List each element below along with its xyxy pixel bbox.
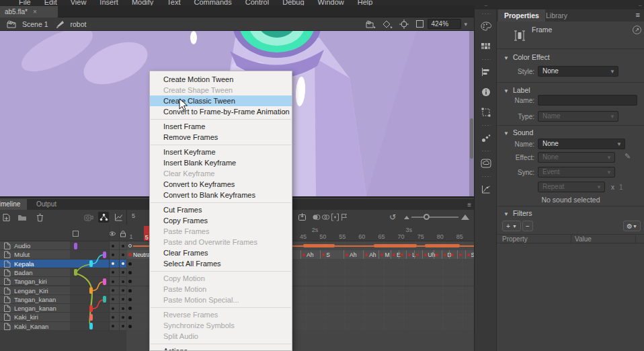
- mouth-keyframe[interactable]: [414, 250, 415, 259]
- mouth-keyframe[interactable]: M: [378, 250, 379, 259]
- center-frame-button[interactable]: [296, 212, 307, 223]
- edit-scene-button[interactable]: [366, 20, 376, 28]
- menu-file[interactable]: File: [12, 0, 38, 5]
- menu-edit[interactable]: Edit: [38, 0, 64, 5]
- layer-row-tangan-kiri[interactable]: Tangan_kiri: [0, 277, 126, 286]
- menu-item-clear-frames[interactable]: Clear Frames: [150, 247, 292, 258]
- lock-dot[interactable]: [122, 254, 124, 256]
- new-folder-button[interactable]: [17, 212, 28, 223]
- align-panel-icon[interactable]: [475, 62, 497, 82]
- menu-item-create-motion-tween[interactable]: Create Motion Tween: [150, 74, 292, 85]
- lock-dot[interactable]: [122, 280, 124, 283]
- circular-arrow-icon[interactable]: ↗: [633, 26, 641, 34]
- dock-drag-handle[interactable]: [481, 176, 491, 178]
- visibility-dot[interactable]: [112, 254, 114, 256]
- visibility-dot[interactable]: [112, 271, 114, 274]
- menu-debug[interactable]: Debug: [276, 0, 311, 5]
- cc-libraries-panel-icon[interactable]: [475, 153, 497, 173]
- brush-library-panel-icon[interactable]: [475, 128, 497, 148]
- keyframe-dot[interactable]: [128, 262, 132, 266]
- menu-view[interactable]: View: [64, 0, 93, 5]
- timeline-panel-menu-icon[interactable]: ≡: [467, 201, 471, 208]
- info-panel-icon[interactable]: [475, 82, 497, 102]
- motion-editor-panel-icon[interactable]: [475, 179, 497, 199]
- menu-control[interactable]: Control: [239, 0, 276, 5]
- parent-marker[interactable]: [89, 287, 93, 294]
- mouth-keyframe[interactable]: S: [320, 250, 321, 259]
- section-filters[interactable]: ▼Filters: [504, 209, 532, 217]
- scene-clapperboard-icon[interactable]: [7, 20, 16, 28]
- parent-marker[interactable]: [74, 269, 77, 276]
- dock-drag-handle[interactable]: [481, 58, 491, 61]
- lock-dot[interactable]: [122, 325, 124, 327]
- menu-item-insert-keyframe[interactable]: Insert Keyframe: [150, 147, 292, 157]
- keyframe-dot[interactable]: [128, 307, 132, 310]
- mouth-keyframe[interactable]: E: [391, 250, 391, 259]
- visibility-dot[interactable]: [112, 245, 114, 247]
- menu-item-create-classic-tween[interactable]: Create Classic Tween: [150, 95, 292, 106]
- dock-drag-handle[interactable]: [481, 13, 491, 15]
- label-name-input-field[interactable]: [542, 95, 633, 104]
- menu-modify[interactable]: Modify: [125, 0, 160, 5]
- layer-depth-graph-button[interactable]: [113, 212, 124, 223]
- add-filter-button[interactable]: + ▼: [502, 221, 521, 231]
- mouth-keyframe[interactable]: Ah: [344, 250, 344, 259]
- breadcrumb-scene[interactable]: Scene 1: [22, 20, 48, 28]
- remove-filter-button[interactable]: −: [522, 221, 533, 231]
- mouth-keyframe[interactable]: [434, 250, 434, 259]
- layer-row-lengan-kanan[interactable]: Lengan_kanan: [0, 304, 126, 313]
- layer-parenting-view-button[interactable]: [98, 212, 109, 223]
- scrollbar-thumb[interactable]: [470, 118, 473, 159]
- panel-menu-icon[interactable]: ≡: [636, 11, 640, 19]
- new-layer-button[interactable]: [1, 212, 11, 223]
- swatches-panel-icon[interactable]: [475, 36, 497, 56]
- mouth-keyframe[interactable]: [399, 250, 399, 259]
- lock-dot[interactable]: [122, 271, 124, 274]
- mouth-keyframe[interactable]: Ah: [300, 250, 301, 259]
- menu-item-copy-frames[interactable]: Copy Frames: [150, 215, 292, 226]
- visibility-dot[interactable]: [112, 262, 114, 265]
- menu-window[interactable]: Window: [311, 0, 351, 5]
- menu-item-convert-to-frame-by-frame-animation[interactable]: Convert to Frame-by-Frame Animation›: [150, 106, 292, 117]
- menu-item-remove-frames[interactable]: Remove Frames: [150, 132, 292, 143]
- color-panel-icon[interactable]: [475, 16, 497, 36]
- section-color-effect[interactable]: ▼Color Effect: [504, 53, 550, 61]
- menu-item-convert-to-blank-keyframes[interactable]: Convert to Blank Keyframes: [150, 190, 292, 200]
- visibility-dot[interactable]: [112, 325, 114, 327]
- mouth-keyframe[interactable]: Ah: [363, 250, 364, 259]
- menu-commands[interactable]: Commands: [187, 0, 238, 5]
- tab-library[interactable]: Library: [540, 9, 573, 22]
- sound-name-select[interactable]: None▼: [538, 139, 625, 149]
- stage-vertical-scrollbar[interactable]: [469, 31, 474, 196]
- keyframe-dot[interactable]: [128, 298, 132, 301]
- visibility-dot[interactable]: [112, 289, 114, 292]
- keyframe-hollow[interactable]: [128, 244, 132, 247]
- mouth-keyframe[interactable]: L: [406, 250, 407, 259]
- lock-dot[interactable]: [122, 289, 124, 292]
- style-select[interactable]: None▼: [538, 66, 618, 77]
- keyframe-dot[interactable]: [128, 316, 132, 319]
- modify-markers-button[interactable]: [339, 212, 350, 223]
- lock-dot[interactable]: [122, 307, 124, 310]
- visibility-dot[interactable]: [112, 280, 114, 283]
- menu-help[interactable]: Help: [351, 0, 380, 5]
- layer-row-audio[interactable]: Audio: [0, 241, 126, 250]
- breadcrumb-symbol[interactable]: robot: [71, 20, 87, 28]
- edit-symbols-button[interactable]: [383, 20, 393, 28]
- center-stage-button[interactable]: [399, 20, 409, 29]
- label-keyframe-dot[interactable]: [128, 253, 132, 256]
- parent-marker[interactable]: [74, 243, 77, 249]
- close-tab-icon[interactable]: ×: [33, 8, 37, 15]
- menu-item-convert-to-keyframes[interactable]: Convert to Keyframes: [150, 179, 292, 190]
- lock-column-icon[interactable]: [120, 230, 126, 237]
- parent-marker[interactable]: [103, 278, 106, 285]
- keyframe-dot[interactable]: [128, 271, 132, 274]
- transform-panel-icon[interactable]: [475, 102, 497, 122]
- layer-row-kaki-kiri[interactable]: Kaki_kiri: [0, 313, 126, 321]
- menu-text[interactable]: Text: [160, 0, 187, 5]
- menu-item-insert-frame[interactable]: Insert Frame: [150, 121, 292, 132]
- visibility-dot[interactable]: [112, 316, 114, 319]
- document-tab[interactable]: ab5.fla*×: [0, 6, 58, 17]
- filter-options-gear-button[interactable]: ⚙ ▼: [623, 221, 641, 231]
- tab-properties[interactable]: Properties: [498, 9, 545, 22]
